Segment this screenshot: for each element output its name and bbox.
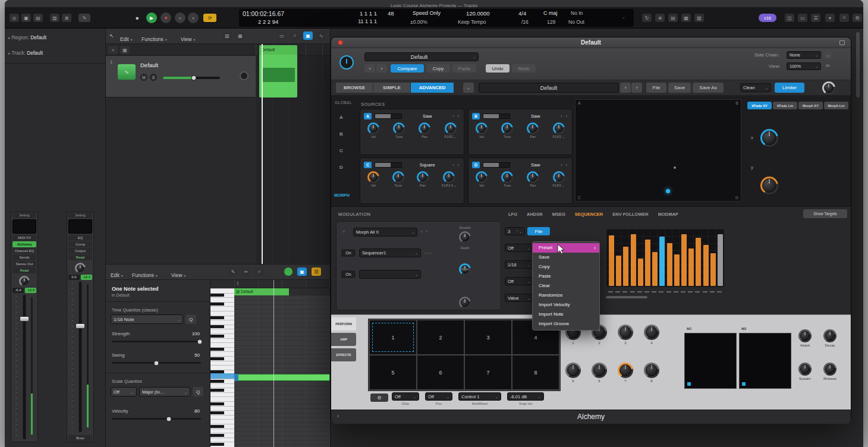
- sequencer-step-7[interactable]: [652, 252, 658, 286]
- env-knob-attack[interactable]: [798, 329, 812, 342]
- scale-root-selector[interactable]: Off⌄: [111, 387, 137, 396]
- volume-fader[interactable]: [71, 282, 90, 432]
- plugin-titlebar[interactable]: Default: [331, 37, 851, 48]
- sequencer-step-10[interactable]: [674, 254, 680, 286]
- mixer-slot-midi-fx[interactable]: MIDI FX: [12, 235, 36, 241]
- context-menu-item-import-note[interactable]: Import Note: [533, 310, 599, 319]
- context-menu-item-clear[interactable]: Clear: [533, 281, 599, 291]
- volume-thumb[interactable]: [191, 75, 196, 81]
- prev-preset-button[interactable]: ‹: [364, 64, 375, 73]
- perform-xy-pad-2[interactable]: [739, 333, 791, 389]
- mod-slot2-on-button[interactable]: On: [341, 270, 356, 278]
- midi-region-body[interactable]: [259, 55, 297, 97]
- source-knob-tune[interactable]: [393, 122, 405, 134]
- piano-key-black[interactable]: [210, 425, 224, 428]
- pr-playhead[interactable]: [273, 280, 274, 447]
- mixer-slot-sends[interactable]: Sends: [12, 254, 36, 260]
- piano-key-black[interactable]: [210, 402, 224, 405]
- source-knob-tune[interactable]: [501, 171, 513, 183]
- env-knob-release[interactable]: [823, 363, 836, 376]
- media-icon[interactable]: ▧: [694, 14, 704, 22]
- track-header[interactable]: 1 ∿ Default M S: [106, 56, 256, 97]
- sequencer-step-15[interactable]: [710, 253, 716, 286]
- piano-key-black[interactable]: [210, 411, 224, 414]
- source-knob-f1-f2[interactable]: [445, 122, 457, 134]
- mixer-slot-alchemy[interactable]: Alchemy: [12, 241, 36, 247]
- seq-param-dropdown-4[interactable]: Value⌄: [505, 294, 533, 302]
- mixer-slot-output[interactable]: Output: [68, 248, 92, 254]
- status-badge[interactable]: x16: [759, 14, 776, 22]
- lcd-key[interactable]: C maj: [543, 10, 558, 16]
- mod-tab-sequencer[interactable]: SEQUENCER: [575, 212, 603, 217]
- os-titlebar[interactable]: Logic Course Alchemy Projects — Tracks: [5, 0, 863, 7]
- lcd-value[interactable]: 48: [388, 10, 394, 17]
- source-knob-pan[interactable]: [527, 171, 539, 183]
- morph-xy-pad[interactable]: A B C D: [575, 99, 741, 202]
- smooth-knob[interactable]: [459, 231, 471, 243]
- perform-xy-pad-1[interactable]: [684, 333, 737, 389]
- xy-position-dot[interactable]: [666, 189, 670, 193]
- midi-region-header[interactable]: Default: [259, 45, 297, 55]
- peak-value[interactable]: -10.8: [25, 288, 36, 293]
- source-knob-pan[interactable]: [417, 171, 429, 183]
- sequencer-step-8[interactable]: [659, 237, 665, 286]
- zoom-tool-icon[interactable]: ⌕: [254, 267, 264, 276]
- morph-x-knob[interactable]: [760, 129, 778, 147]
- mod-tab-ahdsr[interactable]: AHDSR: [527, 212, 543, 217]
- piano-key-black[interactable]: [210, 303, 224, 306]
- source-prev-next-icon[interactable]: ‹ ›: [452, 163, 460, 167]
- master-gain-knob[interactable]: [822, 81, 835, 95]
- chain-link-icon[interactable]: ∞: [826, 62, 829, 68]
- file-menu-button[interactable]: File: [646, 83, 666, 93]
- piano-key-black[interactable]: [210, 316, 224, 319]
- macro-knob-5[interactable]: [565, 363, 581, 378]
- save-as-button[interactable]: Save As: [693, 83, 724, 93]
- perform-settings-button[interactable]: ⚙: [370, 394, 388, 402]
- pr-region-bar[interactable]: Default: [234, 288, 289, 295]
- region-inspector-header[interactable]: ▸ Region: Default: [8, 34, 46, 40]
- track-sort-icon[interactable]: ▦: [120, 46, 130, 54]
- macro-knob-4[interactable]: [644, 325, 659, 340]
- source-tab-b[interactable]: B: [339, 131, 343, 137]
- lcd-caret-icon[interactable]: ⌄: [622, 15, 625, 20]
- morph-label[interactable]: MORPH: [334, 193, 350, 197]
- pr-bar-ruler[interactable]: 1: [234, 280, 330, 288]
- perform-tab-perform[interactable]: PERFORM: [331, 317, 356, 330]
- mixer-slot-eq[interactable]: EQ: [68, 235, 92, 241]
- perform-tab-effects[interactable]: EFFECTS: [331, 348, 356, 361]
- source-knob-vol[interactable]: [367, 171, 379, 183]
- lcd-midi-out[interactable]: No Out: [568, 19, 584, 25]
- fader-cap[interactable]: [76, 323, 85, 329]
- piano-key-black[interactable]: [210, 389, 224, 392]
- source-select-b[interactable]: B: [472, 113, 480, 119]
- mixer-slot-read[interactable]: Read: [68, 254, 92, 260]
- context-menu-item-paste[interactable]: Paste: [533, 272, 599, 281]
- source-knob-tune[interactable]: [392, 171, 404, 183]
- context-menu-item-copy[interactable]: Copy: [533, 262, 599, 272]
- pr-view-menu[interactable]: View▾: [171, 269, 185, 279]
- lcd-tempo-deviation[interactable]: ±0.00%: [410, 19, 427, 25]
- settings-gear-icon[interactable]: ⚙: [853, 14, 862, 22]
- lcd-position-sub[interactable]: 11 1 1 1: [329, 18, 377, 24]
- undo-button[interactable]: Undo: [486, 64, 510, 73]
- quantize-apply-button[interactable]: Q: [185, 314, 196, 324]
- window-mode-icon[interactable]: [839, 40, 845, 45]
- seq-param-dropdown-3[interactable]: Off⌄: [505, 277, 533, 285]
- morph-mode-morph-xy[interactable]: Morph XY: [798, 102, 823, 109]
- source-wave-name[interactable]: Saw: [405, 114, 449, 119]
- source-knob-vol[interactable]: [476, 171, 488, 183]
- piano-key-black[interactable]: [210, 357, 224, 360]
- tracks-functions-menu[interactable]: Functions▾: [141, 33, 167, 43]
- track-inspector-header[interactable]: ▸ Track: Default: [8, 50, 43, 56]
- forward-button[interactable]: ●: [188, 12, 199, 23]
- source-select-a[interactable]: A: [364, 113, 372, 119]
- add-icon[interactable]: ⊕: [655, 14, 665, 22]
- strength-value[interactable]: 100: [176, 331, 200, 336]
- refresh-icon[interactable]: ↻: [642, 14, 652, 22]
- preset-name-field[interactable]: Default: [479, 83, 619, 93]
- context-menu-item-randomize[interactable]: Randomize: [533, 291, 599, 300]
- sequencer-step-3[interactable]: [623, 247, 628, 286]
- lcd-key-sub[interactable]: 129: [547, 19, 555, 25]
- toolbar-icon[interactable]: ▥: [50, 14, 59, 22]
- mixer-slot-stereo-out[interactable]: Stereo Out: [12, 261, 36, 267]
